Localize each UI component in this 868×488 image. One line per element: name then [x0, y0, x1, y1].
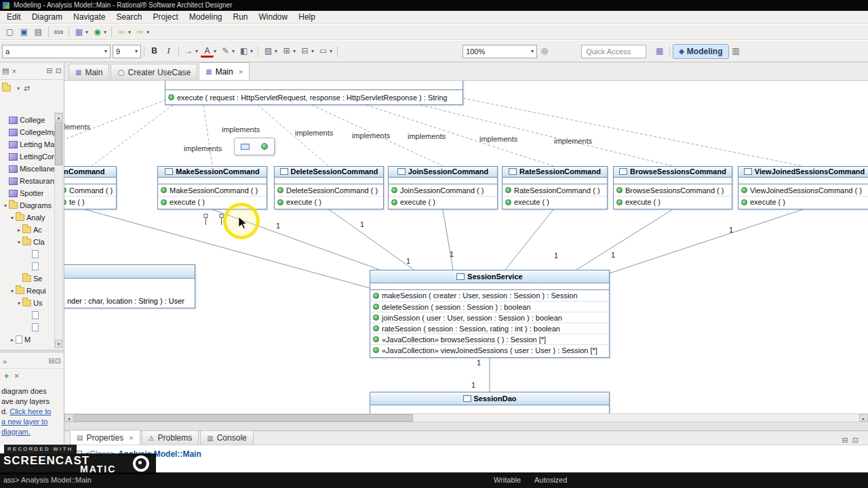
- menu-window[interactable]: Window: [254, 12, 294, 22]
- close-icon[interactable]: ×: [239, 68, 243, 76]
- italic-button[interactable]: I: [162, 45, 175, 58]
- class-RateSessionCommand[interactable]: RateSessionCommand RateSessionCommand ( …: [502, 166, 608, 209]
- tree-scrollbar[interactable]: ▴ ▾: [54, 113, 63, 348]
- magnifier-icon[interactable]: ◎: [538, 45, 551, 58]
- operation-row[interactable]: te ( ): [64, 196, 116, 207]
- class-command-partial[interactable]: nCommand Command ( ) te ( ): [64, 166, 117, 209]
- model-icon[interactable]: ▦: [73, 26, 85, 39]
- link-editor-icon[interactable]: ⇄: [24, 84, 30, 93]
- class-BrowseSessionsCommand[interactable]: BrowseSessionsCommand BrowseSessionsComm…: [613, 166, 732, 209]
- chevron-down-icon[interactable]: ▾: [131, 48, 138, 54]
- diagram-canvas[interactable]: implements implements implements impleme…: [64, 81, 868, 413]
- chevron-down-icon[interactable]: ▾: [293, 48, 296, 54]
- zoom-combo[interactable]: 100% ▾: [462, 45, 537, 58]
- minimize-icon[interactable]: ⊟: [842, 436, 848, 445]
- tree-item[interactable]: LettingComp: [0, 150, 54, 163]
- chevron-down-icon[interactable]: ▾: [330, 48, 332, 54]
- chevron-down-icon[interactable]: ▾: [128, 29, 131, 35]
- operation-row[interactable]: execute ( ): [275, 196, 383, 207]
- tree-item[interactable]: CollegeImple: [0, 126, 54, 138]
- font-family-combo[interactable]: a ▾: [2, 45, 111, 58]
- operation-row[interactable]: rateSession ( session : Session, rating …: [370, 323, 609, 333]
- tree-item[interactable]: Letting Mana: [0, 138, 54, 150]
- scroll-right-icon[interactable]: ▸: [859, 414, 868, 422]
- create-class-icon[interactable]: [241, 144, 250, 150]
- editor-sash[interactable]: [64, 422, 868, 430]
- minimize-icon[interactable]: ⊟: [47, 66, 53, 75]
- menu-diagram[interactable]: Diagram: [26, 12, 68, 22]
- tree-item[interactable]: ▾Diagrams: [0, 199, 54, 211]
- tree-item[interactable]: ▾Cla: [0, 236, 54, 248]
- class-user-partial[interactable]: nder : char, location : String ) : User: [64, 264, 195, 308]
- forward-icon[interactable]: ⇨: [134, 26, 146, 39]
- chevron-down-icon[interactable]: ▾: [100, 48, 107, 54]
- tree-item[interactable]: [0, 248, 54, 260]
- tree-item[interactable]: [0, 321, 54, 333]
- menu-run[interactable]: Run: [228, 12, 254, 22]
- panel-sash[interactable]: [0, 350, 64, 352]
- operation-row[interactable]: deleteSession ( session : Session ) : bo…: [370, 301, 609, 312]
- menu-edit[interactable]: Edit: [1, 12, 26, 22]
- chevron-down-icon[interactable]: ▾: [527, 48, 534, 54]
- operation-row[interactable]: joinSession ( user : User, session : Ses…: [370, 312, 609, 323]
- tab-console[interactable]: ▥Console: [200, 430, 253, 445]
- class-MakeSessionCommand[interactable]: MakeSessionCommand MakeSessionCommand ( …: [157, 166, 267, 209]
- close-icon[interactable]: ×: [12, 67, 16, 75]
- scrollbar-thumb[interactable]: [55, 122, 62, 165]
- menu-help[interactable]: Help: [293, 12, 321, 22]
- class-interface-top[interactable]: execute ( request : HttpServletRequest, …: [165, 81, 463, 105]
- align-icon[interactable]: ⊞: [280, 45, 293, 58]
- delete-layer-icon[interactable]: ×: [14, 371, 19, 381]
- chevron-down-icon[interactable]: ▾: [146, 29, 149, 35]
- operation-row[interactable]: JoinSessionCommand ( ): [389, 184, 497, 196]
- tree-item[interactable]: ▾Requi: [0, 285, 54, 297]
- operation-row[interactable]: «JavaCollection» viewJoinedSessions ( us…: [370, 344, 609, 355]
- font-size-combo[interactable]: 9 ▾: [113, 45, 141, 58]
- operation-row[interactable]: execute ( ): [614, 196, 732, 207]
- operation-row[interactable]: DeleteSessionCommand ( ): [275, 184, 383, 196]
- tab-main-active[interactable]: ▦Main×: [199, 62, 250, 80]
- maximize-icon[interactable]: ⊡: [56, 66, 62, 75]
- bold-button[interactable]: B: [148, 45, 161, 58]
- operation-row[interactable]: MakeSessionCommand ( ): [158, 184, 267, 196]
- chevron-down-icon[interactable]: ▾: [17, 85, 20, 92]
- add-layer-link[interactable]: a new layer to: [1, 418, 47, 426]
- quick-access-input[interactable]: Quick Access: [581, 45, 646, 58]
- operation-row[interactable]: Command ( ): [64, 184, 116, 196]
- chevron-down-icon[interactable]: ▾: [195, 48, 198, 54]
- tree-item[interactable]: College: [0, 114, 54, 126]
- add-layer-link[interactable]: diagram.: [1, 428, 31, 436]
- class-JoinSessionCommand[interactable]: JoinSessionCommand JoinSessionCommand ( …: [388, 166, 498, 209]
- tree-item[interactable]: Se: [0, 272, 54, 285]
- scroll-up-icon[interactable]: ▴: [55, 113, 62, 121]
- view-menu-icon[interactable]: ▤: [2, 66, 9, 75]
- font-color-icon[interactable]: A: [201, 45, 214, 58]
- binary-icon[interactable]: 010: [52, 26, 65, 39]
- tab-problems[interactable]: ⚠Problems: [142, 430, 199, 445]
- menu-project[interactable]: Project: [147, 12, 183, 22]
- operation-row[interactable]: execute ( ): [738, 196, 868, 207]
- tab-creater-usecase[interactable]: ◯Creater UseCase: [111, 64, 197, 80]
- tree-item[interactable]: ▸M: [0, 333, 54, 346]
- shape-icon[interactable]: ▭: [317, 45, 330, 58]
- chevron-down-icon[interactable]: ▾: [311, 48, 314, 54]
- minimize-icon[interactable]: ⊟: [49, 357, 55, 365]
- tree-item[interactable]: [0, 260, 54, 272]
- chevron-down-icon[interactable]: ▾: [104, 29, 106, 35]
- fill-color-icon[interactable]: ◧: [237, 45, 250, 58]
- close-icon[interactable]: ×: [129, 434, 133, 442]
- operation-row[interactable]: execute ( ): [502, 196, 607, 207]
- chevron-down-icon[interactable]: ▾: [275, 48, 277, 54]
- add-layer-link[interactable]: Click here to: [9, 407, 51, 415]
- line-color-icon[interactable]: ✎: [219, 45, 232, 58]
- tab-properties[interactable]: ▤Properties×: [70, 430, 140, 445]
- chevron-down-icon[interactable]: ▾: [232, 48, 235, 54]
- connector-tool-icon[interactable]: →: [182, 45, 195, 58]
- collapse-all-icon[interactable]: [2, 85, 11, 92]
- tree-item[interactable]: ▾Analy: [0, 211, 54, 224]
- tree-item[interactable]: Miscellaneou: [0, 163, 54, 175]
- maximize-icon[interactable]: ⊡: [852, 436, 859, 445]
- tab-main-1[interactable]: ▦Main: [68, 64, 109, 80]
- tree-item[interactable]: ▸Ac: [0, 224, 54, 236]
- menu-modeling[interactable]: Modeling: [184, 12, 228, 22]
